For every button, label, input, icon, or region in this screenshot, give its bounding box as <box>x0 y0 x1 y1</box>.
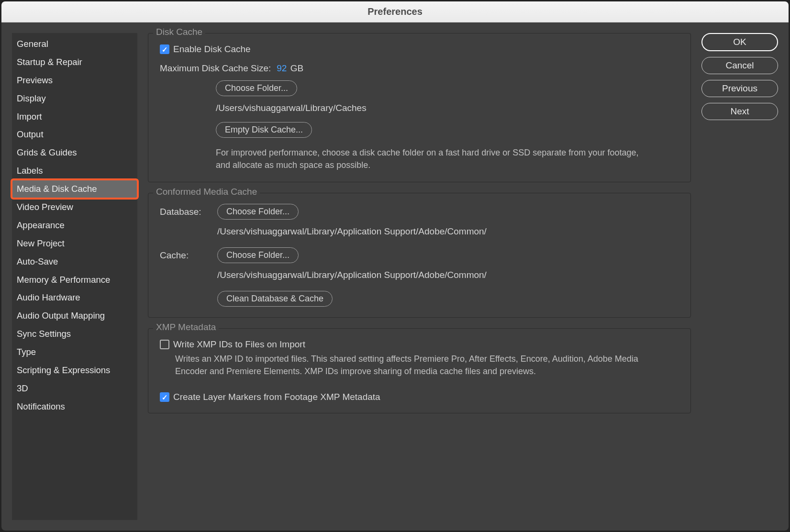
sidebar-item-notifications[interactable]: Notifications <box>12 398 137 416</box>
check-icon: ✓ <box>162 46 168 53</box>
sidebar-item-3d[interactable]: 3D <box>12 379 137 398</box>
main-area: Disk Cache ✓ Enable Disk Cache Maximum D… <box>148 33 778 520</box>
disk-cache-folder-grid: Choose Folder... /Users/vishuaggarwal/Li… <box>160 80 679 171</box>
sidebar-item-appearance[interactable]: Appearance <box>12 216 137 234</box>
create-layer-markers-label: Create Layer Markers from Footage XMP Me… <box>173 392 380 402</box>
choose-folder-button[interactable]: Choose Folder... <box>216 80 297 96</box>
sidebar-item-label: Media & Disk Cache <box>17 184 97 194</box>
cache-choose-folder-button[interactable]: Choose Folder... <box>217 247 299 263</box>
disk-cache-panel: Disk Cache ✓ Enable Disk Cache Maximum D… <box>148 33 691 182</box>
disk-cache-path: /Users/vishuaggarwal/Library/Caches <box>216 103 679 113</box>
cache-path: /Users/vishuaggarwal/Library/Application… <box>217 270 679 280</box>
max-cache-size-value[interactable]: 92 GB <box>277 63 303 74</box>
sidebar-item-memory-performance[interactable]: Memory & Performance <box>12 271 137 289</box>
conformed-media-cache-panel: Conformed Media Cache Database: Choose F… <box>148 193 691 318</box>
enable-disk-cache-row: ✓ Enable Disk Cache <box>160 44 679 55</box>
write-xmp-label: Write XMP IDs to Files on Import <box>173 339 305 350</box>
sidebar-item-display[interactable]: Display <box>12 89 137 108</box>
dialog-actions: OK Cancel Previous Next <box>701 33 778 520</box>
sidebar-item-new-project[interactable]: New Project <box>12 234 137 253</box>
conformed-grid: Database: Choose Folder... /Users/vishua… <box>160 204 679 307</box>
clean-database-cache-button[interactable]: Clean Database & Cache <box>217 291 333 307</box>
cancel-button[interactable]: Cancel <box>701 57 778 74</box>
sidebar-item-general[interactable]: General <box>12 35 137 53</box>
enable-disk-cache-label: Enable Disk Cache <box>173 44 251 55</box>
sidebar-item-media-disk-cache[interactable]: Media & Disk Cache <box>12 180 137 198</box>
titlebar: Preferences <box>1 1 789 22</box>
ok-button[interactable]: OK <box>701 33 778 51</box>
sidebar-item-startup-repair[interactable]: Startup & Repair <box>12 53 137 71</box>
create-layer-markers-checkbox[interactable]: ✓ <box>160 392 169 402</box>
sidebar-item-sync-settings[interactable]: Sync Settings <box>12 325 137 343</box>
sidebar-item-labels[interactable]: Labels <box>12 162 137 180</box>
sidebar-item-import[interactable]: Import <box>12 108 137 126</box>
write-xmp-checkbox[interactable] <box>160 340 169 349</box>
window-title: Preferences <box>367 6 423 17</box>
preferences-window: Preferences General Startup & Repair Pre… <box>1 1 789 531</box>
max-cache-size-label: Maximum Disk Cache Size: <box>160 63 271 74</box>
database-choose-folder-button[interactable]: Choose Folder... <box>217 204 299 220</box>
sidebar-item-scripting-expressions[interactable]: Scripting & Expressions <box>12 361 137 379</box>
previous-button[interactable]: Previous <box>701 80 778 97</box>
disk-cache-description: For improved performance, choose a disk … <box>216 146 646 171</box>
database-path: /Users/vishuaggarwal/Library/Application… <box>217 226 679 237</box>
cache-label: Cache: <box>160 250 212 261</box>
settings-panels: Disk Cache ✓ Enable Disk Cache Maximum D… <box>148 33 691 520</box>
sidebar-item-previews[interactable]: Previews <box>12 71 137 89</box>
panel-legend: XMP Metadata <box>153 322 219 332</box>
write-xmp-description: Writes an XMP ID to imported files. This… <box>175 353 668 377</box>
check-icon: ✓ <box>162 394 168 401</box>
next-button[interactable]: Next <box>701 103 778 120</box>
sidebar: General Startup & Repair Previews Displa… <box>12 33 137 520</box>
sidebar-item-audio-hardware[interactable]: Audio Hardware <box>12 288 137 307</box>
database-label: Database: <box>160 207 212 217</box>
sidebar-item-grids-guides[interactable]: Grids & Guides <box>12 144 137 162</box>
sidebar-item-auto-save[interactable]: Auto-Save <box>12 253 137 271</box>
panel-legend: Conformed Media Cache <box>153 187 260 197</box>
write-xmp-row: Write XMP IDs to Files on Import <box>160 339 679 350</box>
create-layer-markers-row: ✓ Create Layer Markers from Footage XMP … <box>160 392 679 402</box>
sidebar-item-audio-output-mapping[interactable]: Audio Output Mapping <box>12 307 137 325</box>
panel-legend: Disk Cache <box>153 27 205 37</box>
enable-disk-cache-checkbox[interactable]: ✓ <box>160 44 169 54</box>
sidebar-item-type[interactable]: Type <box>12 343 137 361</box>
xmp-metadata-panel: XMP Metadata Write XMP IDs to Files on I… <box>148 328 691 413</box>
empty-disk-cache-button[interactable]: Empty Disk Cache... <box>216 122 312 138</box>
max-cache-size-row: Maximum Disk Cache Size: 92 GB <box>160 63 679 74</box>
sidebar-item-output[interactable]: Output <box>12 125 137 144</box>
dialog-body: General Startup & Repair Previews Displa… <box>1 22 789 531</box>
sidebar-item-video-preview[interactable]: Video Preview <box>12 198 137 216</box>
